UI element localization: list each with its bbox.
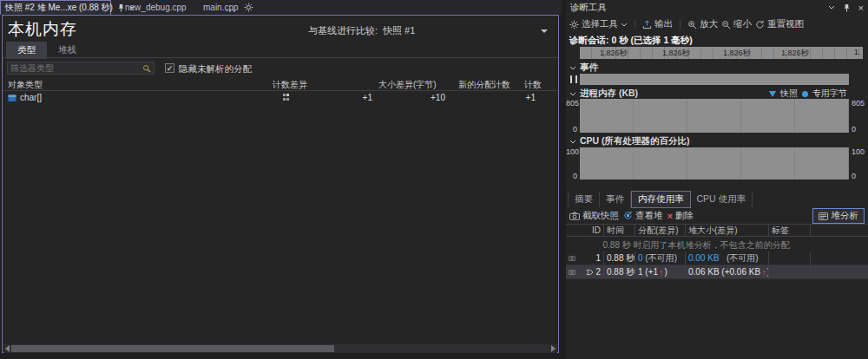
alloc-diff-close: ) <box>665 267 667 277</box>
scroll-left-icon[interactable] <box>5 345 10 352</box>
ruler-tick: 1,826秒 <box>600 48 628 59</box>
events-title: 事件 <box>580 62 598 74</box>
table-row[interactable]: char[] +1 +10 +1 <box>3 92 558 105</box>
snapshot-row-2[interactable]: 2 0.88 秒 1 (+1↑) 0.06 KB (+0.06 KB↑) <box>566 265 868 279</box>
alloc-diff-cell: 1 (+1↑) <box>635 265 686 278</box>
compare-baseline-combobox[interactable]: 与基线进行比较: 快照 #1 <box>308 24 548 37</box>
scroll-right-icon[interactable] <box>551 345 556 352</box>
page-title: 本机内存 <box>8 18 77 41</box>
heap-analysis-button[interactable]: 堆分析 <box>812 208 865 224</box>
heap-analysis-icon <box>819 212 828 220</box>
header-alloc-diff[interactable]: 分配(差异) <box>635 225 686 236</box>
heap-analysis-label: 堆分析 <box>832 210 859 222</box>
cpu-chart[interactable] <box>580 147 849 180</box>
zoom-out-button[interactable]: 缩小 <box>721 18 752 30</box>
camera-icon <box>566 265 578 278</box>
search-icon[interactable] <box>142 64 154 73</box>
camera-icon <box>566 251 578 264</box>
divider <box>3 57 558 58</box>
tab-memory-usage[interactable]: 内存使用率 <box>631 191 691 208</box>
size-diff-cell: +10 <box>376 93 445 102</box>
tab-stacks[interactable]: 堆栈 <box>47 42 88 59</box>
col-count-diff[interactable]: 计数差异 <box>273 79 307 91</box>
tab-cpu-usage[interactable]: CPU 使用率 <box>691 192 753 207</box>
cpu-section-header[interactable]: CPU (所有处理器的百分比) <box>569 135 690 147</box>
events-section-header[interactable]: 事件 <box>569 62 598 74</box>
timeline-ruler[interactable]: 1,826秒 1,826秒 1,826秒 1,826秒 1. <box>580 47 863 59</box>
reset-view-label: 重置视图 <box>767 18 804 30</box>
memory-axis-min-left: 0 <box>569 125 577 134</box>
view-instances-icon[interactable] <box>282 93 290 102</box>
events-track[interactable] <box>580 74 849 85</box>
chevron-down-icon[interactable] <box>541 29 548 33</box>
view-heap-button[interactable]: 查看堆 <box>623 210 663 222</box>
session-status: 诊断会话: 0 秒 (已选择 1 毫秒) <box>569 35 693 47</box>
tab-snapshot-label: 快照 #2 堆 Me...xe (0.88 秒) <box>5 2 113 14</box>
pin-icon[interactable] <box>843 3 851 12</box>
view-heap-label: 查看堆 <box>635 210 663 222</box>
alloc-diff-cell: 0 (不可用) <box>635 251 686 264</box>
chevron-down-icon <box>621 23 628 27</box>
alloc-count-link[interactable]: 0 <box>638 253 643 263</box>
reset-view-button[interactable]: 重置视图 <box>755 18 804 30</box>
memory-chart[interactable] <box>580 99 849 133</box>
chevron-down-icon <box>569 92 576 96</box>
select-tool-button[interactable]: 选择工具 <box>569 18 628 30</box>
select-tool-label: 选择工具 <box>582 18 618 30</box>
struct-type-icon <box>8 94 16 102</box>
chevron-down-icon[interactable] <box>828 5 835 10</box>
editor-tab-strip: 快照 #2 堆 Me...xe (0.88 秒) × new_debug.cpp… <box>0 0 562 15</box>
gear-icon <box>569 20 579 29</box>
filter-input-box[interactable] <box>7 62 155 75</box>
header-icon-col <box>566 225 578 236</box>
tab-types[interactable]: 类型 <box>6 42 47 59</box>
filter-input[interactable] <box>8 63 142 73</box>
snapshot-row-1[interactable]: 1 0.88 秒 0 (不可用) 0.00 KB (不可用) <box>566 251 868 265</box>
take-snapshot-label: 截取快照 <box>582 210 619 222</box>
details-tabs: 摘要 事件 内存使用率 CPU 使用率 <box>568 191 753 208</box>
cpu-axis-max-left: 100 <box>566 147 577 156</box>
memory-axis-max-right: 805 <box>852 99 865 108</box>
delete-label: 删除 <box>675 210 694 222</box>
compare-label: 与基线进行比较: <box>308 24 378 37</box>
tab-new-debug-cpp[interactable]: new_debug.cpp <box>118 0 194 15</box>
hide-unresolved-checkbox[interactable]: ✓ <box>165 63 174 73</box>
close-icon[interactable]: × <box>858 3 864 13</box>
zoom-in-icon <box>687 20 697 29</box>
header-time[interactable]: 时间 <box>604 225 635 236</box>
output-button[interactable]: 输出 <box>642 18 673 30</box>
tab-events[interactable]: 事件 <box>600 192 631 207</box>
tab-summary[interactable]: 摘要 <box>568 192 600 207</box>
reset-view-icon <box>755 20 765 29</box>
take-snapshot-button[interactable]: 截取快照 <box>569 210 619 222</box>
memory-axis-max-left: 805 <box>566 99 577 108</box>
delete-button[interactable]: × 删除 <box>667 210 694 222</box>
zoom-in-label: 放大 <box>700 18 718 30</box>
heap-size-link[interactable]: 0.00 KB <box>688 253 720 263</box>
increase-arrow-icon: ↑ <box>760 267 767 277</box>
col-size-diff[interactable]: 大小差异(字节) <box>378 79 437 91</box>
col-new-alloc-count[interactable]: 新的分配计数 <box>458 79 510 91</box>
tab-strip-actions: … <box>225 0 253 15</box>
header-id[interactable]: ID <box>578 225 604 236</box>
overflow-icon[interactable]: … <box>225 2 235 14</box>
count-diff-cell: +1 <box>306 93 372 102</box>
scrollbar-thumb[interactable] <box>11 345 334 352</box>
row-spacer <box>811 265 868 278</box>
header-tag[interactable]: 标签 <box>769 225 811 236</box>
tab-snapshot-document[interactable]: 快照 #2 堆 Me...xe (0.88 秒) × <box>0 0 111 15</box>
tag-cell <box>769 265 811 278</box>
zoom-in-button[interactable]: 放大 <box>687 18 718 30</box>
col-count[interactable]: 计数 <box>524 79 542 91</box>
object-type-cell: char[] <box>20 93 42 102</box>
col-object-type[interactable]: 对象类型 <box>8 79 43 91</box>
cpu-axis-min-right: 0 <box>852 172 856 180</box>
increase-arrow-icon: ↑ <box>658 267 665 277</box>
divider <box>635 19 635 29</box>
gear-icon[interactable] <box>244 3 253 12</box>
heap-unavailable: (不可用) <box>727 252 759 264</box>
memory-axis-min-right: 0 <box>852 125 856 134</box>
memory-section-header[interactable]: 进程内存 (KB) <box>569 88 638 100</box>
header-heap-size-diff[interactable]: 堆大小(差异) <box>686 225 769 236</box>
hide-unresolved-label[interactable]: 隐藏未解析的分配 <box>179 63 252 75</box>
